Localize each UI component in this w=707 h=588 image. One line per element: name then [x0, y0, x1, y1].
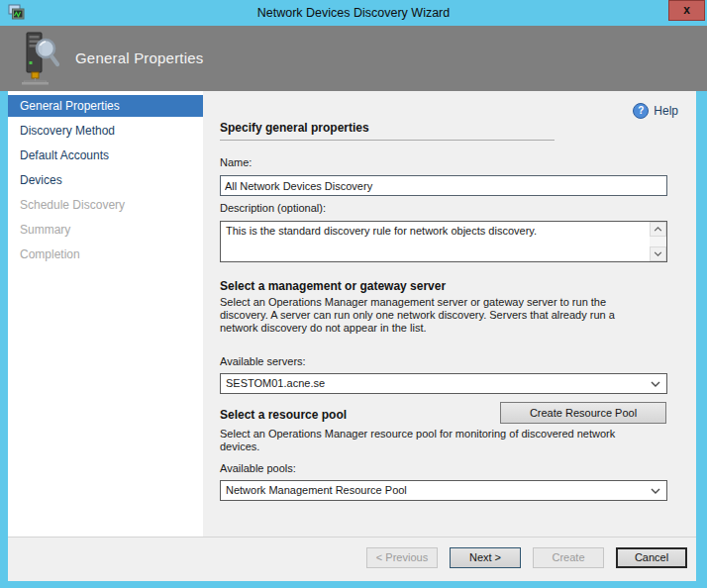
wizard-header: General Properties — [0, 26, 707, 91]
previous-button[interactable]: < Previous — [366, 547, 438, 568]
sidebar-item-discovery-method[interactable]: Discovery Method — [8, 120, 203, 142]
next-button[interactable]: Next > — [450, 547, 521, 568]
available-servers-value: SESTOM01.acne.se — [226, 377, 325, 389]
heading-divider — [220, 140, 555, 141]
titlebar: Network Devices Discovery Wizard x — [0, 0, 707, 26]
chevron-down-icon — [651, 381, 660, 387]
description-label: Description (optional): — [220, 202, 326, 214]
chevron-down-icon — [651, 488, 660, 494]
cancel-button[interactable]: Cancel — [616, 547, 687, 568]
close-button[interactable]: x — [668, 0, 705, 21]
window-bottom-border — [0, 581, 707, 588]
scrollbar-up-button[interactable] — [650, 222, 666, 237]
available-servers-select[interactable]: SESTOM01.acne.se — [220, 373, 667, 394]
chevron-up-icon — [654, 227, 662, 232]
available-servers-label: Available servers: — [220, 355, 306, 367]
help-label: Help — [654, 104, 678, 118]
section-heading: Specify general properties — [220, 121, 369, 135]
create-button[interactable]: Create — [533, 547, 604, 568]
available-pools-select[interactable]: Network Management Resource Pool — [220, 480, 667, 501]
server-section-heading: Select a management or gateway server — [220, 279, 446, 293]
footer: < Previous Next > Create Cancel — [0, 537, 707, 581]
description-textarea[interactable]: This is the standard discovery rule for … — [220, 221, 667, 262]
create-resource-pool-button[interactable]: Create Resource Pool — [500, 402, 666, 424]
wizard-steps-sidebar: General Properties Discovery Method Defa… — [8, 91, 203, 537]
close-icon: x — [683, 3, 690, 17]
page-title: General Properties — [75, 26, 204, 91]
sidebar-item-completion[interactable]: Completion — [8, 244, 203, 265]
scrollbar-down-button[interactable] — [650, 246, 666, 261]
available-pools-label: Available pools: — [220, 462, 296, 474]
resource-pool-heading: Select a resource pool — [220, 408, 347, 422]
sidebar-item-schedule-discovery[interactable]: Schedule Discovery — [8, 194, 203, 216]
name-label: Name: — [220, 156, 252, 168]
window-title: Network Devices Discovery Wizard — [0, 0, 707, 26]
sidebar-item-summary[interactable]: Summary — [8, 219, 203, 241]
network-discovery-icon — [20, 32, 59, 85]
footer-buttons: < Previous Next > Create Cancel — [8, 537, 696, 581]
main-panel: ? Help Specify general properties Name: … — [203, 91, 696, 537]
available-pools-value: Network Management Resource Pool — [226, 484, 407, 496]
help-icon: ? — [633, 103, 649, 119]
help-link[interactable]: ? Help — [633, 103, 678, 119]
name-input[interactable] — [220, 175, 667, 196]
server-section-description: Select an Operations Manager management … — [220, 296, 654, 335]
description-text: This is the standard discovery rule for … — [226, 225, 646, 238]
textarea-scrollbar[interactable] — [650, 222, 666, 261]
chevron-down-icon — [654, 251, 662, 256]
body: General Properties Discovery Method Defa… — [0, 91, 707, 537]
wizard-window: Network Devices Discovery Wizard x Gener… — [0, 0, 707, 588]
resource-pool-description: Select an Operations Manager resource po… — [220, 428, 654, 453]
sidebar-item-default-accounts[interactable]: Default Accounts — [8, 145, 203, 166]
sidebar-item-devices[interactable]: Devices — [8, 169, 203, 191]
sidebar-item-general-properties[interactable]: General Properties — [8, 95, 203, 117]
